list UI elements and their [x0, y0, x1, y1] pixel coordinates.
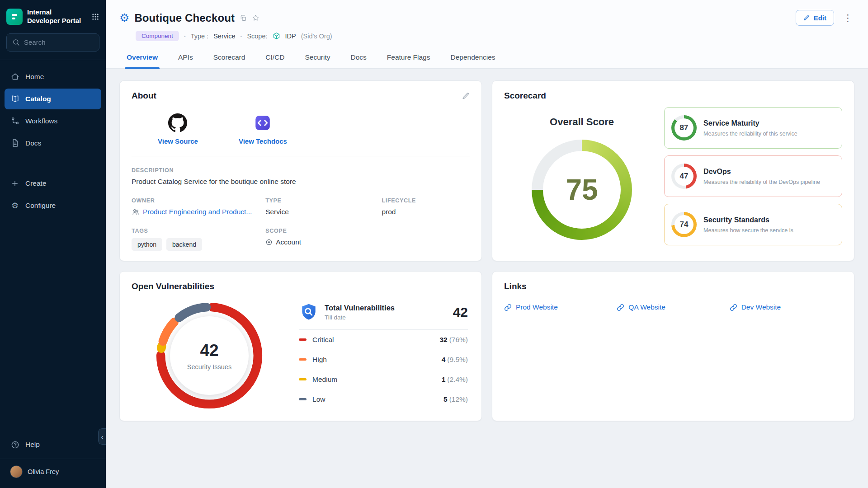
- shield-scan-icon: [299, 302, 319, 322]
- sidebar-item-label: Configure: [25, 202, 56, 210]
- score-card-desc: Measures how secure the service is: [703, 227, 793, 234]
- sidebar-nav: Home Catalog Workflows: [0, 60, 106, 217]
- tag-chip[interactable]: python: [132, 238, 162, 251]
- score-mini-value: 74: [680, 220, 689, 229]
- sidebar-collapse-handle[interactable]: ‹: [98, 428, 106, 445]
- vuln-donut-total: 42: [200, 341, 218, 360]
- severity-row-critical: Critical 32(76%): [299, 330, 468, 350]
- entity-meta: Component • Type : Service • Scope: IDP …: [136, 31, 854, 41]
- github-icon: [168, 113, 187, 132]
- tab-cicd[interactable]: CI/CD: [264, 47, 286, 68]
- total-vulnerabilities-value: 42: [453, 305, 468, 320]
- tab-dependencies[interactable]: Dependencies: [449, 47, 497, 68]
- severity-label: Critical: [312, 336, 334, 344]
- separator-dot: •: [184, 33, 186, 39]
- sidebar: Internal Developer Portal: [0, 0, 106, 488]
- qa-website-link[interactable]: QA Website: [617, 303, 729, 311]
- component-gear-icon: ⚙: [119, 12, 129, 23]
- kebab-menu-icon[interactable]: ⋮: [841, 13, 854, 23]
- pencil-icon: [803, 14, 810, 21]
- score-card-name: Security Standards: [703, 216, 793, 224]
- score-mini-value: 87: [680, 123, 689, 132]
- severity-pct: (12%): [449, 395, 468, 403]
- dev-website-link[interactable]: Dev Website: [730, 303, 842, 311]
- sidebar-item-label: Catalog: [25, 95, 51, 103]
- sidebar-item-docs[interactable]: Docs: [5, 133, 101, 154]
- search-input[interactable]: [24, 38, 114, 46]
- overview-content: About View Source: [106, 69, 868, 430]
- help-icon: [10, 440, 19, 449]
- owner-link[interactable]: Product Engineering and Product...: [132, 208, 259, 216]
- vulnerabilities-title: Open Vulnerabilities: [132, 282, 470, 291]
- edit-button[interactable]: Edit: [796, 10, 834, 26]
- score-card-desc: Measures the reliability of the DevOps p…: [703, 179, 820, 185]
- page-header: ⚙ Boutique Checkout Edit ⋮: [106, 0, 868, 69]
- tab-scorecard[interactable]: Scorecard: [212, 47, 247, 68]
- view-techdocs-link[interactable]: View Techdocs: [239, 113, 287, 145]
- scorecard-card: Scorecard Overall Score 75 87 Service Ma…: [492, 80, 854, 261]
- description-text: Product Catalog Service for the boutique…: [132, 178, 470, 186]
- severity-dash: [299, 358, 307, 361]
- score-mini-card[interactable]: 47 DevOps Measures the reliability of th…: [664, 155, 842, 197]
- prod-website-link[interactable]: Prod Website: [504, 303, 617, 311]
- scope-label: Scope:: [247, 33, 267, 40]
- view-source-link[interactable]: View Source: [158, 113, 198, 145]
- people-icon: [132, 208, 140, 216]
- tab-security[interactable]: Security: [303, 47, 332, 68]
- vuln-donut-center: 42 Security Issues: [170, 316, 249, 395]
- severity-dash: [299, 378, 307, 380]
- till-date-label: Till date: [325, 314, 395, 321]
- tab-apis[interactable]: APIs: [176, 47, 195, 68]
- vulnerability-donut: 42 Security Issues: [154, 300, 264, 411]
- sidebar-item-help[interactable]: Help: [5, 434, 101, 455]
- sidebar-item-catalog[interactable]: Catalog: [5, 89, 101, 109]
- edit-button-label: Edit: [814, 14, 826, 22]
- overall-score-label: Overall Score: [550, 116, 614, 128]
- copy-icon[interactable]: [240, 14, 247, 22]
- severity-count: 32: [439, 336, 447, 343]
- severity-pct: (9.5%): [447, 356, 468, 363]
- severity-label: Low: [312, 395, 325, 404]
- lifecycle-label: LIFECYCLE: [382, 197, 470, 204]
- docs-icon: [10, 139, 19, 148]
- view-source-label: View Source: [158, 137, 198, 145]
- score-card-desc: Measures the reliability of this service: [703, 131, 797, 137]
- gear-icon: ⚙: [10, 201, 19, 210]
- sidebar-item-configure[interactable]: ⚙ Configure: [5, 195, 101, 216]
- search-icon: [12, 38, 20, 46]
- main-area: ⚙ Boutique Checkout Edit ⋮: [106, 0, 868, 488]
- link-label: Dev Website: [741, 303, 781, 311]
- tag-chip[interactable]: backend: [166, 238, 202, 251]
- score-card-name: DevOps: [703, 168, 820, 176]
- score-mini-value: 47: [680, 172, 689, 181]
- tab-docs[interactable]: Docs: [349, 47, 368, 68]
- separator-dot: •: [241, 33, 242, 39]
- overall-score-value: 75: [532, 140, 632, 240]
- score-mini-card[interactable]: 74 Security Standards Measures how secur…: [664, 204, 842, 245]
- severity-label: High: [312, 356, 327, 364]
- link-label: Prod Website: [516, 303, 558, 311]
- user-menu[interactable]: Olivia Frey: [0, 459, 106, 484]
- source-links-row: View Source View Techdocs: [132, 101, 470, 156]
- nav-spacer: [5, 155, 101, 173]
- link-icon: [504, 304, 512, 311]
- owner-value: Product Engineering and Product...: [143, 208, 252, 216]
- about-edit-pencil-icon[interactable]: [462, 92, 470, 100]
- score-mini-card[interactable]: 87 Service Maturity Measures the reliabi…: [664, 107, 842, 149]
- sidebar-item-home[interactable]: Home: [5, 66, 101, 87]
- severity-dash: [299, 398, 307, 400]
- tab-feature-flags[interactable]: Feature Flags: [385, 47, 432, 68]
- severity-count: 4: [442, 356, 446, 363]
- score-card-name: Service Maturity: [703, 119, 797, 127]
- scorecard-title: Scorecard: [504, 91, 842, 101]
- sidebar-item-workflows[interactable]: Workflows: [5, 111, 101, 131]
- apps-grid-icon[interactable]: [91, 13, 99, 21]
- severity-count: 1: [442, 375, 446, 383]
- description-label: DESCRIPTION: [132, 167, 470, 174]
- sidebar-item-create[interactable]: Create: [5, 173, 101, 194]
- total-vulnerabilities-label: Total Vulnerabilities: [325, 304, 395, 312]
- severity-label: Medium: [312, 375, 337, 384]
- tab-overview[interactable]: Overview: [125, 47, 160, 68]
- owner-label: OWNER: [132, 197, 259, 204]
- favorite-star-icon[interactable]: [252, 14, 259, 22]
